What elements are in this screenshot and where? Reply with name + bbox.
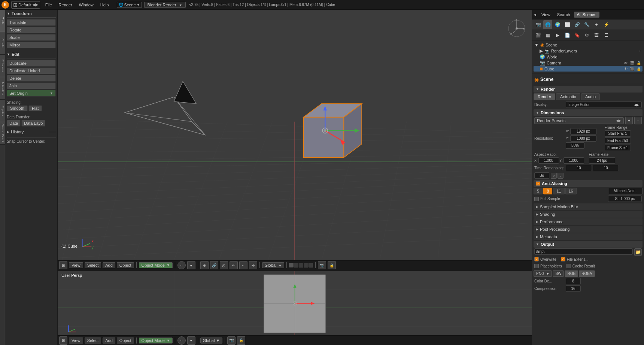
render-tab-anim[interactable]: Animatio: [556, 93, 580, 100]
duplicate-linked-btn[interactable]: Duplicate Linked: [7, 67, 56, 74]
si-input[interactable]: Si: 1.000 px: [608, 196, 642, 202]
menu-file[interactable]: File: [42, 2, 55, 8]
time-remap-new[interactable]: 10: [593, 165, 619, 171]
tab-relations[interactable]: Relations: [0, 55, 5, 77]
mode-selector[interactable]: Object Mode ▼: [139, 262, 173, 268]
layout-mode[interactable]: Default: [18, 3, 31, 7]
aa-btn-16[interactable]: 16: [565, 188, 577, 194]
render-layers-item[interactable]: ▶ 📷 RenderLayers +: [534, 48, 643, 54]
scene-props-icon[interactable]: 🌐: [543, 20, 552, 29]
aa-header[interactable]: ✓ Anti-Aliasing: [534, 180, 643, 187]
layer-5[interactable]: [309, 263, 313, 267]
snap-icon[interactable]: 🔗: [210, 261, 218, 269]
transform-header[interactable]: ▼ Transform: [7, 11, 56, 16]
tab-animation[interactable]: Animation: [0, 77, 5, 100]
presets-remove[interactable]: -: [634, 117, 642, 124]
render-section-header[interactable]: ▼ Render: [534, 86, 643, 93]
particles-icon[interactable]: ✦: [592, 20, 601, 29]
physics-icon[interactable]: ⚡: [602, 20, 611, 29]
shading-wireframe[interactable]: ○: [177, 261, 186, 269]
tab-tools[interactable]: Tools: [0, 10, 5, 32]
menu-help[interactable]: Help: [97, 2, 112, 8]
anim-icon[interactable]: ▶: [553, 31, 562, 40]
res-pct-input[interactable]: 50%: [566, 142, 584, 149]
cube-render[interactable]: 🎬: [629, 67, 635, 71]
world-item[interactable]: 🌍 World: [534, 54, 643, 60]
sculpt-icon[interactable]: ✏: [230, 261, 238, 269]
flat-btn[interactable]: Flat: [28, 105, 42, 111]
display-arrows[interactable]: ◀▶: [634, 103, 639, 107]
view-menu[interactable]: View: [69, 262, 83, 268]
object-menu[interactable]: Object: [117, 262, 134, 268]
scene-lock-icon[interactable]: 🔒: [328, 261, 336, 269]
format-dropdown[interactable]: PNG ▼: [534, 270, 552, 277]
file-extends-checkbox[interactable]: ✓: [561, 257, 565, 261]
set-origin-btn[interactable]: Set Origin ▼: [7, 90, 56, 97]
render-engine[interactable]: Blender Render ▼: [144, 2, 186, 8]
shading-collapsed[interactable]: ▶ Shading: [534, 211, 643, 218]
color-depth-value[interactable]: 8: [566, 278, 581, 284]
perf-icon[interactable]: ⚙: [582, 31, 591, 40]
display-value[interactable]: Image Editor ◀▶: [566, 102, 642, 108]
view-type-icon[interactable]: ⊞: [59, 261, 67, 269]
smooth-btn[interactable]: Smooth: [7, 105, 28, 111]
bake-icon[interactable]: ☰: [602, 31, 611, 40]
select-menu[interactable]: Select: [85, 262, 101, 268]
delete-btn[interactable]: Delete: [7, 75, 56, 82]
render-props-icon[interactable]: 📷: [534, 20, 543, 29]
layer-2[interactable]: [294, 263, 298, 267]
lower-lock-icon[interactable]: 🔒: [237, 336, 245, 345]
camera-vis[interactable]: 👁: [623, 61, 628, 65]
full-sample-checkbox[interactable]: [534, 197, 539, 201]
camera-item[interactable]: 📷 Camera 👁 🎬 🔒: [534, 60, 643, 66]
proportional-icon[interactable]: ◎: [220, 261, 228, 269]
tab-view[interactable]: View: [538, 12, 553, 18]
aa-btn-5[interactable]: 5: [534, 188, 543, 194]
lower-shading-solid[interactable]: ●: [187, 336, 195, 345]
tab-search[interactable]: Search: [554, 12, 573, 18]
compression-value[interactable]: 16: [566, 285, 581, 292]
aspect-x-input[interactable]: 1.000: [538, 157, 559, 164]
tab-physics[interactable]: Physics: [0, 100, 5, 122]
overwrite-checkbox[interactable]: ✓: [534, 257, 539, 261]
res-x-input[interactable]: 1920 px: [570, 128, 596, 134]
data-layer-btn[interactable]: Data Layo: [21, 120, 45, 127]
transform-icon[interactable]: ↔: [239, 261, 247, 269]
format-icon[interactable]: 📄: [563, 31, 572, 40]
object-props-icon[interactable]: ⬜: [563, 20, 572, 29]
sampled-blur-section[interactable]: ▶ Sampled Motion Blur: [534, 203, 643, 210]
time-remap-old[interactable]: 10: [566, 165, 592, 171]
lower-add-menu[interactable]: Add: [103, 338, 115, 344]
lower-render-icon[interactable]: 📷: [227, 336, 236, 345]
output-path-input[interactable]: [534, 248, 633, 255]
render-tab-render[interactable]: Render: [534, 93, 555, 100]
lower-coord[interactable]: Global ▼: [200, 338, 223, 344]
tab-create[interactable]: Create: [0, 32, 5, 55]
cube-item[interactable]: ◼ Cube 👁 🎬 🔒: [534, 66, 643, 72]
res-y-input[interactable]: 1080 px: [570, 135, 596, 142]
framerate-input[interactable]: 24 fps: [589, 157, 615, 164]
mirror-btn[interactable]: Mirror: [7, 42, 56, 48]
dimensions-header[interactable]: ▼ Dimensions: [534, 109, 643, 116]
presets-add[interactable]: +: [625, 117, 633, 124]
filter-dropdown[interactable]: Mitchell-Netr...: [609, 188, 643, 194]
world-props-icon[interactable]: 🌍: [553, 20, 562, 29]
aa-checkbox[interactable]: ✓: [536, 181, 540, 186]
scene-label[interactable]: Scene: [124, 3, 136, 7]
camera-render[interactable]: 🎬: [629, 61, 635, 65]
post-processing-section[interactable]: ▶ Post Processing: [534, 226, 643, 233]
frame-step-input[interactable]: Frame Ste:1: [605, 145, 631, 151]
lower-select-menu[interactable]: Select: [85, 338, 101, 344]
pivot-icon[interactable]: ⊕: [200, 261, 209, 269]
output-path-browse[interactable]: 📁: [634, 248, 642, 256]
menu-render[interactable]: Render: [56, 2, 75, 8]
bo-option1[interactable]: ○: [551, 173, 557, 179]
viewport-lower[interactable]: User Persp ◀: [58, 270, 532, 345]
render-layers-add[interactable]: +: [638, 49, 642, 53]
edit-header[interactable]: ▼ Edit: [7, 52, 56, 57]
layers-icon[interactable]: ▦: [543, 31, 552, 40]
tab-grease-pencil[interactable]: Grease Pencil: [0, 122, 5, 145]
constraints-icon[interactable]: 🔗: [572, 20, 581, 29]
layer-3[interactable]: [299, 263, 303, 267]
performance-collapsed[interactable]: ▶ Performance: [534, 218, 643, 225]
